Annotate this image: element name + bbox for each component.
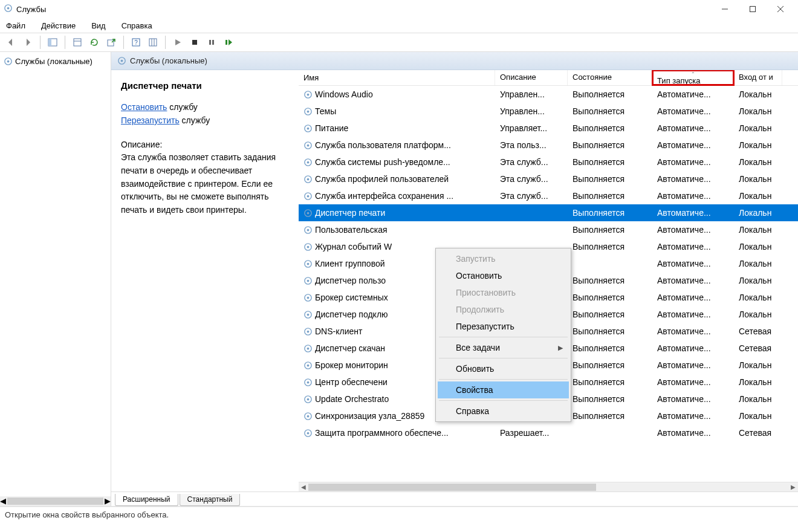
svg-point-59 xyxy=(307,381,310,383)
cell-name: Пользовательская xyxy=(299,225,495,235)
service-row[interactable]: Служба интерфейса сохранения ...Эта служ… xyxy=(299,187,798,204)
service-row[interactable]: ПитаниеУправляет...ВыполняетсяАвтоматиче… xyxy=(299,120,798,137)
status-bar: Открытие окна свойств выбранного объекта… xyxy=(0,507,798,522)
svg-point-37 xyxy=(307,195,310,197)
menu-file[interactable]: Файл xyxy=(4,20,28,31)
svg-point-27 xyxy=(307,110,310,112)
ctx-properties[interactable]: Свойства xyxy=(438,381,569,398)
col-header-state[interactable]: Состояние xyxy=(568,70,652,85)
maximize-button[interactable] xyxy=(739,0,767,18)
cell-name: Темы xyxy=(299,106,495,116)
menu-view[interactable]: Вид xyxy=(89,20,108,31)
help-button[interactable]: ? xyxy=(129,35,143,50)
cell-startup: Автоматиче... xyxy=(652,377,734,387)
list-hscrollbar[interactable]: ◀ ▶ xyxy=(299,482,798,491)
svg-point-21 xyxy=(7,60,10,63)
col-header-name[interactable]: Имя xyxy=(299,70,495,85)
cell-state: Выполняется xyxy=(568,242,652,251)
col-header-startup-type[interactable]: ⌃ Тип запуска xyxy=(652,70,734,85)
cell-logon: Локальн xyxy=(734,411,782,421)
gear-icon xyxy=(303,107,313,116)
cell-startup: Автоматиче... xyxy=(652,123,734,133)
scroll-thumb[interactable] xyxy=(308,484,596,491)
cell-state: Выполняется xyxy=(568,157,652,167)
properties-button[interactable] xyxy=(70,35,85,50)
service-row[interactable]: Служба пользователя платформ...Эта польз… xyxy=(299,137,798,154)
restart-service-button[interactable] xyxy=(221,35,236,50)
view-tabs: Расширенный Стандартный xyxy=(111,491,798,506)
back-button[interactable] xyxy=(4,35,18,50)
svg-text:?: ? xyxy=(134,39,138,46)
tree-node-services-local[interactable]: Службы (локальные) xyxy=(2,56,108,67)
gear-icon xyxy=(303,124,313,133)
show-columns-button[interactable] xyxy=(146,35,160,50)
service-row[interactable]: ПользовательскаяВыполняетсяАвтоматиче...… xyxy=(299,221,798,238)
toolbar-separator xyxy=(123,36,124,49)
show-hide-tree-button[interactable] xyxy=(45,35,60,50)
ctx-pause: Приостановить xyxy=(438,284,569,301)
ctx-refresh[interactable]: Обновить xyxy=(438,360,569,377)
cell-logon: Сетевая xyxy=(734,326,782,336)
cell-name: Служба пользователя платформ... xyxy=(299,140,495,150)
service-row[interactable]: Диспетчер печатиВыполняетсяАвтоматиче...… xyxy=(299,204,798,221)
scroll-left-icon[interactable]: ◀ xyxy=(299,482,308,492)
ctx-restart[interactable]: Перезапустить xyxy=(438,318,569,335)
cell-startup: Автоматиче... xyxy=(652,428,734,438)
gear-icon xyxy=(303,293,313,302)
scroll-right-icon[interactable]: ▶ xyxy=(105,496,111,506)
service-row[interactable]: Защита программного обеспече...Разрешает… xyxy=(299,424,798,441)
cell-startup: Автоматиче... xyxy=(652,276,734,285)
start-service-button[interactable] xyxy=(170,35,185,50)
pause-service-button[interactable] xyxy=(204,35,219,50)
toolbar-separator xyxy=(40,36,41,49)
ctx-all-tasks[interactable]: Все задачи▶ xyxy=(438,339,569,356)
restart-service-link-line: Перезапустить службу xyxy=(121,114,289,128)
cell-logon: Локальн xyxy=(734,123,782,133)
cell-logon: Локальн xyxy=(734,259,782,268)
stop-service-link[interactable]: Остановить xyxy=(121,102,167,112)
gear-icon xyxy=(303,192,313,201)
restart-service-link[interactable]: Перезапустить xyxy=(121,115,180,125)
cell-desc: Эта служб... xyxy=(495,174,568,184)
cell-desc: Эта служб... xyxy=(495,191,568,201)
col-header-description[interactable]: Описание xyxy=(495,70,568,85)
cell-state: Выполняется xyxy=(568,140,652,150)
service-row[interactable]: Служба системы push-уведомле...Эта служб… xyxy=(299,154,798,170)
close-button[interactable] xyxy=(767,0,794,18)
cell-logon: Локальн xyxy=(734,310,782,319)
cell-name: Служба профилей пользователей xyxy=(299,174,495,184)
menu-help[interactable]: Справка xyxy=(119,20,155,31)
context-menu: Запустить Остановить Приостановить Продо… xyxy=(435,248,571,422)
tab-standard[interactable]: Стандартный xyxy=(180,494,241,506)
ctx-help[interactable]: Справка xyxy=(438,403,569,420)
ctx-divider xyxy=(439,358,568,358)
service-row[interactable]: ТемыУправлен...ВыполняетсяАвтоматиче...Л… xyxy=(299,103,798,120)
cell-startup: Автоматиче... xyxy=(652,140,734,150)
scroll-left-icon[interactable]: ◀ xyxy=(0,496,6,506)
col-header-logon[interactable]: Вход от и xyxy=(734,70,782,85)
sidebar-scrollbar[interactable]: ◀ ▶ xyxy=(0,496,111,506)
forward-button[interactable] xyxy=(21,35,35,50)
stop-service-button[interactable] xyxy=(187,35,202,50)
refresh-button[interactable] xyxy=(87,35,102,50)
cell-startup: Автоматиче... xyxy=(652,208,734,218)
ctx-stop[interactable]: Остановить xyxy=(438,267,569,284)
cell-startup: Автоматиче... xyxy=(652,157,734,167)
gear-icon xyxy=(303,209,313,218)
service-row[interactable]: Служба профилей пользователейЭта служб..… xyxy=(299,170,798,187)
scroll-track[interactable] xyxy=(308,482,788,492)
svg-point-33 xyxy=(307,161,310,163)
cell-logon: Локальн xyxy=(734,377,782,387)
service-row[interactable]: Windows AudioУправлен...ВыполняетсяАвтом… xyxy=(299,86,798,103)
ctx-resume: Продолжить xyxy=(438,301,569,318)
tab-extended[interactable]: Расширенный xyxy=(115,494,178,506)
menu-action[interactable]: Действие xyxy=(39,20,78,31)
scroll-thumb[interactable] xyxy=(7,498,103,505)
svg-point-45 xyxy=(307,262,310,265)
export-button[interactable] xyxy=(104,35,118,50)
minimize-button[interactable] xyxy=(711,0,739,18)
status-text: Открытие окна свойств выбранного объекта… xyxy=(5,510,169,519)
cell-desc: Управляет... xyxy=(495,123,568,133)
scroll-right-icon[interactable]: ▶ xyxy=(788,482,798,492)
gear-icon xyxy=(303,412,313,421)
